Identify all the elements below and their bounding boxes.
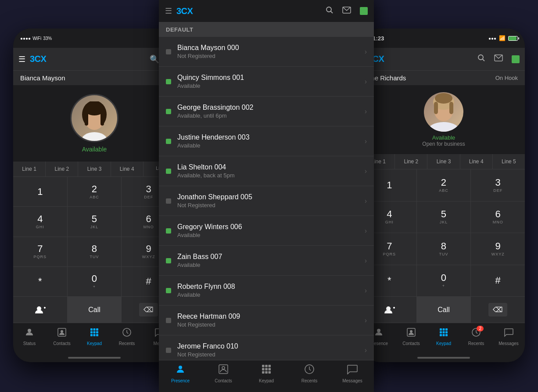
call-button-left[interactable]: Call [67, 297, 121, 323]
right-line-3[interactable]: Line 3 [427, 154, 460, 169]
center-nav-presence[interactable]: Presence [159, 364, 202, 383]
svg-point-52 [410, 330, 412, 333]
center-hamburger-icon[interactable]: ☰ [165, 6, 172, 16]
right-key-8[interactable]: 8TUV [417, 233, 471, 265]
svg-rect-20 [96, 334, 98, 336]
center-nav-contacts[interactable]: Contacts [202, 364, 245, 383]
contact-row-8[interactable]: Roberto Flynn 008Available› [159, 276, 374, 306]
key-7[interactable]: 7PQRS [13, 237, 67, 266]
center-nav-keypad[interactable]: Keypad [245, 364, 288, 383]
contact-status-10: Not Registered [177, 351, 365, 358]
contact-row-9[interactable]: Reece Hartman 009Not Registered› [159, 306, 374, 335]
search-icon-left[interactable]: 🔍 [150, 54, 159, 64]
right-line-2[interactable]: Line 2 [395, 154, 427, 169]
add-contact-button-left[interactable] [13, 297, 67, 323]
center-nav-recents[interactable]: Recents [288, 364, 331, 383]
chevron-icon-5: › [365, 197, 367, 205]
right-line-4[interactable]: Line 4 [460, 154, 493, 169]
recents-badge: 2 [477, 326, 484, 331]
center-nav-messages[interactable]: Messages [331, 364, 374, 383]
carrier-text: WiFi [32, 36, 41, 41]
contact-row-3[interactable]: Justine Henderson 003Available› [159, 126, 374, 156]
svg-rect-30 [269, 365, 271, 367]
right-avatar-status: Available [432, 134, 456, 141]
mail-icon-right[interactable] [494, 54, 503, 64]
contact-name-3: Justine Henderson 003 [177, 133, 365, 141]
svg-rect-15 [90, 331, 93, 334]
right-key-5[interactable]: 5JKL [417, 201, 471, 233]
nav-contacts-right[interactable]: Contacts [395, 326, 427, 346]
right-line-5[interactable]: Line 5 [493, 154, 525, 169]
key-star[interactable]: * [13, 267, 67, 296]
contact-row-2[interactable]: George Brassington 002Available, until 6… [159, 97, 374, 126]
center-app-logo: 3CX [176, 6, 193, 16]
center-search-icon[interactable] [326, 6, 334, 16]
right-key-9[interactable]: 9WXYZ [471, 233, 525, 265]
contact-row-5[interactable]: Jonathon Sheppard 005Not Registered› [159, 186, 374, 216]
key-2[interactable]: 2ABC [68, 177, 122, 206]
right-username: ine Richards [369, 74, 406, 82]
contact-row-0[interactable]: Bianca Mayson 000Not Registered› [159, 37, 374, 67]
contact-info-0: Bianca Mayson 000Not Registered [177, 44, 365, 59]
nav-keypad-left[interactable]: Keypad [78, 326, 111, 346]
section-title: DEFAULT [166, 26, 193, 33]
svg-rect-55 [445, 328, 448, 331]
center-header: ☰ 3CX [159, 0, 374, 22]
nav-recents-right[interactable]: 2 Recents [460, 326, 492, 346]
key-8[interactable]: 8TUV [68, 237, 122, 266]
right-avatar [424, 92, 463, 132]
contact-info-10: Jerome Franco 010Not Registered [177, 342, 365, 358]
key-5[interactable]: 5JKL [68, 207, 122, 236]
right-key-3[interactable]: 3DEF [471, 169, 525, 201]
svg-rect-60 [443, 334, 445, 336]
center-mail-icon[interactable] [342, 7, 351, 16]
contact-row-4[interactable]: Lia Shelton 004Available, back at 5pm› [159, 156, 374, 186]
contacts-list[interactable]: Bianca Mayson 000Not Registered›Quincy S… [159, 37, 374, 360]
contact-name-0: Bianca Mayson 000 [177, 44, 365, 52]
left-line-3[interactable]: Line 3 [78, 162, 111, 176]
right-bottom-nav: Presence Contacts [362, 323, 525, 355]
contact-row-10[interactable]: Jerome Franco 010Not Registered› [159, 335, 374, 360]
contact-row-7[interactable]: Zain Bass 007Available› [159, 246, 374, 276]
right-key-0[interactable]: 0+ [417, 265, 471, 297]
contact-name-1: Quincy Simmons 001 [177, 74, 365, 82]
home-indicator-left [13, 355, 176, 362]
right-lines-row: Line 1 Line 2 Line 3 Line 4 Line 5 [362, 154, 525, 169]
right-key-2[interactable]: 2ABC [417, 169, 471, 201]
contact-row-1[interactable]: Quincy Simmons 001Available› [159, 67, 374, 97]
left-line-4[interactable]: Line 4 [111, 162, 143, 176]
nav-keypad-right[interactable]: Keypad [427, 326, 460, 346]
right-avatar-sub-status: Open for business [422, 141, 465, 147]
contact-status-2: Available, until 6pm [177, 112, 365, 119]
right-key-6[interactable]: 6MNO [471, 201, 525, 233]
search-icon-right[interactable] [477, 54, 485, 64]
nav-status-left[interactable]: Status [13, 326, 46, 346]
call-button-right[interactable]: Call [416, 297, 470, 323]
svg-rect-36 [269, 371, 271, 374]
key-0[interactable]: 0+ [68, 267, 122, 296]
svg-rect-29 [265, 365, 268, 367]
status-dot-9 [166, 318, 171, 323]
chevron-icon-8: › [365, 287, 367, 295]
chevron-icon-1: › [365, 78, 367, 86]
right-key-hash[interactable]: # [471, 265, 525, 297]
left-avatar-status: Available [82, 146, 107, 153]
key-1[interactable]: 1 [13, 177, 67, 206]
nav-messages-right[interactable]: Messages [492, 326, 525, 346]
contact-status-3: Available [177, 142, 365, 149]
hamburger-icon[interactable]: ☰ [18, 54, 25, 64]
status-dot-10 [166, 348, 171, 353]
left-phone: ●●●● WiFi 33% ☰ 3CX 🔍 ✉ Bianca Mayson On [13, 29, 176, 362]
key-4[interactable]: 4GHI [13, 207, 67, 236]
left-line-2[interactable]: Line 2 [46, 162, 78, 176]
svg-rect-4 [85, 112, 88, 126]
contact-row-6[interactable]: Gregory Winters 006Available› [159, 216, 374, 246]
status-nav-icon [25, 327, 34, 340]
backspace-button-right[interactable]: ⌫ [471, 297, 525, 323]
contact-name-4: Lia Shelton 004 [177, 163, 365, 171]
nav-recents-left[interactable]: Recents [111, 326, 143, 346]
left-line-1[interactable]: Line 1 [13, 162, 46, 176]
contact-info-4: Lia Shelton 004Available, back at 5pm [177, 163, 365, 179]
contact-status-7: Available [177, 262, 365, 268]
nav-contacts-left[interactable]: Contacts [46, 326, 78, 346]
